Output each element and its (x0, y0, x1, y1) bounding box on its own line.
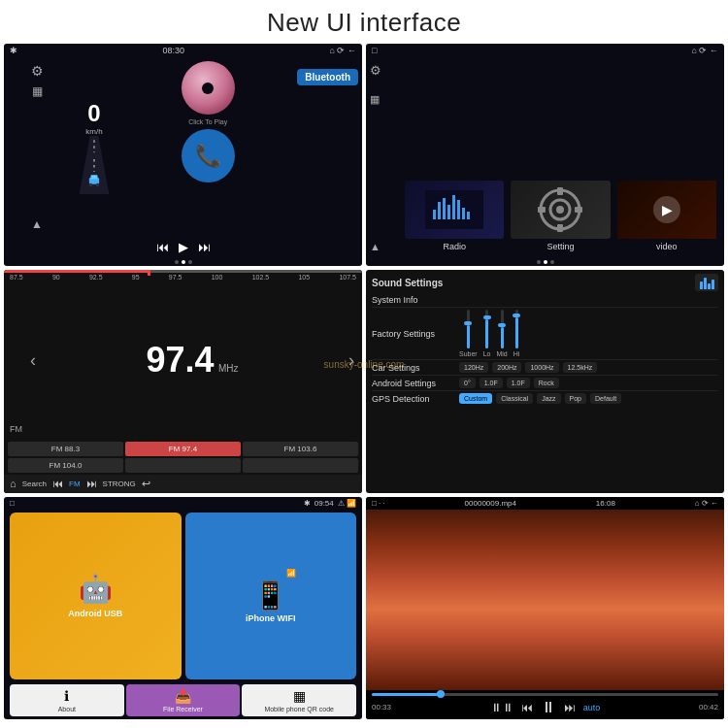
freq-100: 100 (212, 274, 223, 281)
nav-icon[interactable]: ▲ (31, 217, 43, 231)
hi-label: Hi (513, 350, 520, 357)
video-auto-btn[interactable]: auto (583, 703, 601, 712)
album-section: Click To Play 📞 (122, 59, 293, 235)
click-to-play-label[interactable]: Click To Play (188, 118, 227, 125)
video-nav-icons: ⌂ ⟳ ← (695, 499, 718, 508)
system-info-row[interactable]: System Info (372, 293, 718, 308)
freq-87: 87.5 (10, 274, 23, 281)
about-button[interactable]: ℹ About (10, 684, 124, 716)
svg-rect-10 (443, 198, 446, 219)
video-skip-back-btn[interactable]: ⏮ (521, 701, 533, 714)
speed-unit: km/h (85, 127, 102, 136)
mid-label: Mid (496, 350, 507, 357)
menu-item-setting[interactable]: Setting (509, 60, 612, 255)
chip-jazz[interactable]: Jazz (537, 393, 560, 404)
mid-slider[interactable]: Mid (496, 310, 507, 357)
apps-icon[interactable]: ▦ (32, 84, 43, 98)
page-title: New UI interface (0, 0, 728, 44)
menu-item-video[interactable]: ▶ video (615, 60, 718, 255)
prev-button[interactable]: ⏮ (156, 240, 169, 254)
chip-0deg[interactable]: 0° (459, 378, 476, 388)
video-elapsed: 00:33 (372, 703, 391, 711)
hi-slider[interactable]: Hi (513, 310, 520, 357)
freq-107: 107.5 (339, 274, 356, 281)
menu-item-radio[interactable]: Radio (403, 60, 506, 255)
settings-title: Sound Settings (372, 278, 443, 288)
eq-sliders: Suber Lo Mid (459, 310, 519, 357)
video-play-pause-btn[interactable]: ⏸ (541, 699, 556, 716)
eq-icon[interactable] (695, 274, 718, 291)
screen-settings: Sound Settings System Info Factory Setti… (366, 270, 724, 492)
speed-value: 0 (87, 100, 100, 127)
radio-main: FM ‹ 97.4 MHz › (4, 281, 362, 439)
home-apps-icon[interactable]: ▦ (370, 93, 393, 106)
video-skip-fwd-btn[interactable]: ⏭ (564, 701, 576, 714)
system-info-label: System Info (372, 295, 459, 305)
ml-left-icons: □ (10, 499, 15, 508)
preset-fm1036[interactable]: FM 103.6 (243, 442, 358, 456)
iphone-wifi-card[interactable]: 📶 📱 iPhone WIFI (185, 513, 357, 679)
home-btn[interactable]: ⌂ (10, 478, 17, 489)
strong-btn[interactable]: STRONG (103, 480, 136, 488)
video-rewind-btn[interactable]: ⏸⏸ (490, 701, 513, 714)
search-btn[interactable]: Search (22, 480, 47, 488)
android-usb-card[interactable]: 🤖 Android USB (10, 513, 182, 679)
chip-1f-2[interactable]: 1.0F (507, 378, 530, 388)
chip-pop[interactable]: Pop (565, 393, 586, 404)
android-settings-row: Android Settings 0° 1.0F 1.0F Rock (372, 376, 718, 391)
screen-mirrorlink: □ ✱ 09:54 ⚠ 📶 🤖 Android USB 📶 📱 iPhone W… (4, 497, 362, 719)
chip-default[interactable]: Default (590, 393, 621, 404)
chip-125khz[interactable]: 12.5kHz (563, 362, 598, 373)
file-icon: 📥 (175, 688, 191, 704)
chip-classical[interactable]: Classical (496, 393, 533, 404)
ml-time: 09:54 (314, 499, 334, 508)
svg-rect-14 (462, 208, 465, 219)
chip-1f-1[interactable]: 1.0F (480, 378, 503, 388)
frequency-handle[interactable] (148, 270, 150, 276)
ml-bt-icon: ✱ (304, 499, 311, 508)
android-usb-label: Android USB (68, 609, 122, 618)
qr-icon: ▦ (293, 688, 306, 704)
lo-slider[interactable]: Lo (483, 310, 491, 357)
svg-point-6 (96, 183, 99, 186)
frequency-display: 97.4 MHz (44, 343, 341, 378)
svg-point-18 (556, 206, 564, 214)
qr-code-button[interactable]: ▦ Mobile phone QR code (242, 684, 356, 716)
setting-label: Setting (546, 242, 574, 251)
preset-empty (125, 458, 241, 473)
frequency-bar (4, 270, 362, 273)
video-progress-handle[interactable] (437, 690, 445, 698)
radio-prev-btn[interactable]: ‹ (22, 350, 44, 371)
skip-fwd-btn[interactable]: ⏭ (86, 478, 97, 489)
factory-settings-label: Factory Settings (372, 329, 459, 339)
home-nav-icon[interactable]: ▲ (370, 241, 393, 252)
suber-slider[interactable]: Suber (459, 310, 478, 357)
chip-200hz[interactable]: 200Hz (492, 362, 521, 373)
freq-92: 92.5 (89, 274, 103, 281)
svg-rect-21 (538, 207, 546, 213)
file-receiver-button[interactable]: 📥 File Receiver (126, 684, 241, 716)
svg-rect-13 (457, 200, 460, 219)
preset-fm1040[interactable]: FM 104.0 (8, 458, 123, 473)
gear-icon[interactable]: ⚙ (31, 63, 44, 79)
play-button[interactable]: ▶ (179, 240, 188, 254)
factory-settings-row: Factory Settings Suber Lo (372, 308, 718, 360)
chip-custom[interactable]: Custom (459, 393, 492, 404)
next-button[interactable]: ⏭ (198, 240, 211, 254)
preset-fm974[interactable]: FM 97.4 (125, 442, 241, 456)
radio-next-btn[interactable]: › (341, 350, 362, 371)
home-gear-icon[interactable]: ⚙ (370, 63, 393, 78)
skip-back-btn[interactable]: ⏮ (52, 478, 63, 489)
screen-home: □ ⌂ ⟳ ← ⚙ ▦ ▲ (366, 44, 724, 266)
fm-mode-btn[interactable]: FM (69, 480, 81, 488)
iphone-wifi-label: iPhone WIFI (246, 613, 296, 623)
phone-icon: 📞 (182, 129, 235, 182)
chip-120hz[interactable]: 120Hz (459, 362, 488, 373)
chip-1000hz[interactable]: 1000Hz (525, 362, 558, 373)
chip-rock[interactable]: Rock (534, 378, 559, 388)
time-display: 08:30 (163, 46, 185, 55)
preset-fm883[interactable]: FM 88.3 (8, 442, 123, 456)
video-total-time: 00:42 (699, 703, 718, 711)
video-progress-bar[interactable] (372, 693, 718, 696)
back-btn[interactable]: ↩ (142, 478, 150, 490)
